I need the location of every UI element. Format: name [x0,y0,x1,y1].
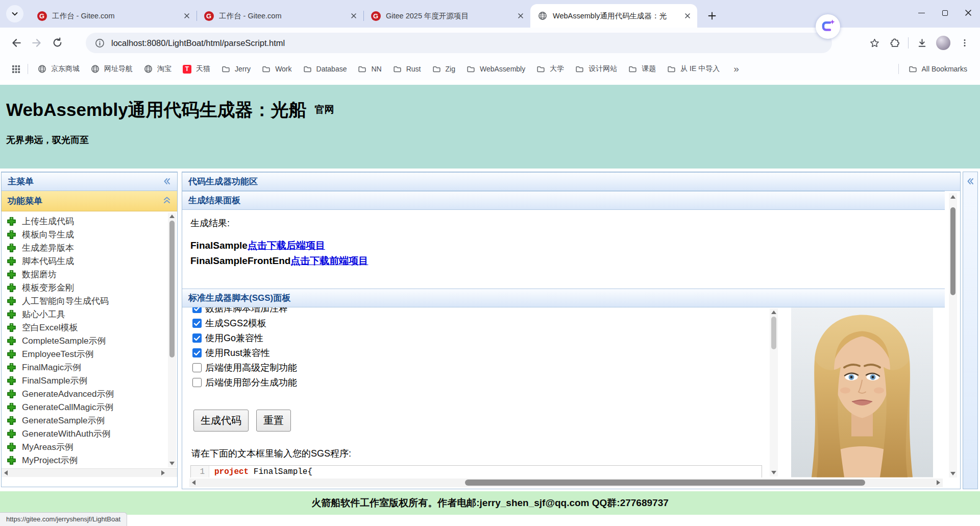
browser-tab[interactable]: GGitee 2025 年度开源项目 [363,4,530,28]
collapse-section-button[interactable] [162,195,172,206]
scroll-left-arrow[interactable] [4,470,8,475]
scroll-right-arrow[interactable] [161,470,165,475]
minimize-button[interactable] [910,0,933,26]
sgs-option-row[interactable]: 后端使用部分生成功能 [192,375,297,390]
function-menu-item[interactable]: FinalMagic示例 [7,361,177,374]
browser-menu-button[interactable] [954,33,975,53]
scrollbar-thumb[interactable] [771,317,776,349]
bookmark-item[interactable]: 大学 [531,62,570,76]
sidebar-horizontal-scrollbar[interactable] [2,468,177,477]
official-site-link[interactable]: 官网 [315,104,334,115]
address-bar[interactable]: localhost:8080/LightBoat/html/parseScrip… [86,33,832,53]
site-info-icon[interactable] [94,37,105,49]
function-menu-item[interactable]: EmployeeTest示例 [7,347,177,361]
main-horizontal-scrollbar[interactable] [189,479,943,487]
reload-button[interactable] [47,33,67,53]
sgs-code-editor[interactable]: 1 project FinalSample{ [190,465,762,477]
browser-tab[interactable]: WebAssembly通用代码生成器：光 [530,4,697,28]
sgs-vertical-scrollbar[interactable] [770,308,778,476]
all-bookmarks-button[interactable]: All Bookmarks [903,62,973,76]
checkbox-unchecked[interactable] [192,363,202,372]
profile-avatar[interactable] [936,36,950,50]
tab-close-button[interactable] [516,11,525,20]
function-menu-item[interactable]: 数据磨坊 [7,268,177,281]
function-menu-item[interactable]: GenerateAdvanced示例 [7,387,177,400]
new-tab-button[interactable] [703,7,721,25]
bookmark-item[interactable]: T天猫 [177,62,216,76]
close-window-button[interactable] [957,0,980,26]
function-menu-item[interactable]: CompleteSample示例 [7,334,177,347]
bookmark-item[interactable]: Jerry [216,62,256,76]
apps-grid-icon[interactable] [8,61,23,77]
downloads-button[interactable] [912,33,932,53]
scroll-up-arrow[interactable] [771,310,776,314]
scrollbar-thumb[interactable] [950,207,955,295]
tab-close-button[interactable] [182,11,191,20]
scroll-right-arrow[interactable] [937,480,940,485]
maximize-button[interactable] [933,0,957,26]
function-menu-item[interactable]: 模板变形金刚 [7,281,177,294]
tab-close-button[interactable] [349,11,358,20]
function-menu-item[interactable]: MyProject示例 [7,453,177,467]
scrollbar-thumb[interactable] [465,480,865,486]
tab-search-button[interactable] [6,5,23,22]
scrollbar-thumb[interactable] [169,221,175,357]
bookmark-item[interactable]: Rust [387,62,427,76]
bookmark-item[interactable]: WebAssembly [461,62,531,76]
bookmark-item[interactable]: Work [256,62,297,76]
extensions-button[interactable] [885,33,905,53]
function-menu-item[interactable]: 空白Excel模板 [7,321,177,334]
east-collapsed-panel[interactable] [963,172,978,489]
expand-east-panel-button[interactable] [965,176,975,186]
bookmark-item[interactable]: 网址导航 [85,62,138,76]
function-menu-item[interactable]: GenerateCallMagic示例 [7,400,177,414]
scroll-up-arrow[interactable] [169,214,175,218]
main-vertical-scrollbar[interactable] [949,193,957,477]
function-menu-item[interactable]: 贴心小工具 [7,307,177,321]
function-menu-item[interactable]: 生成差异版本 [7,241,177,254]
function-menu-item[interactable]: 模板向导生成 [7,228,177,241]
function-menu-header[interactable]: 功能菜单 [2,191,177,211]
tab-close-button[interactable] [683,11,692,20]
scroll-down-arrow[interactable] [950,472,955,475]
sgs-option-row[interactable]: 数据库脚本增加注释 [192,307,297,316]
sidebar-vertical-scrollbar[interactable] [168,212,176,467]
bookmark-item[interactable]: 课题 [623,62,662,76]
sgs-option-row[interactable]: 后端使用高级定制功能 [192,360,297,375]
bookmark-item[interactable]: 京东商城 [32,62,85,76]
browser-tab[interactable]: G工作台 - Gitee.com [197,4,363,28]
function-menu-item[interactable]: GenerateWithAuth示例 [7,427,177,440]
collapse-sidebar-button[interactable] [162,176,172,186]
bookmarks-overflow-button[interactable]: » [728,63,744,75]
function-menu-item[interactable]: 上传生成代码 [7,214,177,228]
scroll-down-arrow[interactable] [169,462,175,465]
bookmark-item[interactable]: 设计网站 [570,62,623,76]
function-menu-item[interactable]: 脚本代码生成 [7,254,177,268]
function-menu-item[interactable]: GenerateSample示例 [7,414,177,427]
sgs-option-row[interactable]: 使用Go兼容性 [192,330,297,345]
download-link[interactable]: 点击下载前端项目 [290,255,368,266]
scroll-down-arrow[interactable] [771,471,776,474]
checkbox-checked[interactable] [192,333,202,343]
bookmark-item[interactable]: 淘宝 [138,62,177,76]
browser-tab[interactable]: G工作台 - Gitee.com [30,4,197,28]
sgs-option-row[interactable]: 使用Rust兼容性 [192,345,297,360]
checkbox-unchecked[interactable] [192,378,202,387]
bookmark-item[interactable]: 从 IE 中导入 [662,62,725,76]
sgs-option-row[interactable]: 生成SGS2模板 [192,316,297,330]
bookmark-star-button[interactable] [864,33,885,53]
ai-extension-button[interactable] [816,14,840,39]
back-button[interactable] [6,33,27,53]
checkbox-checked[interactable] [192,307,202,313]
generate-code-button[interactable]: 生成代码 [193,410,249,432]
checkbox-checked[interactable] [192,348,202,357]
bookmark-item[interactable]: Zig [427,62,461,76]
bookmark-item[interactable]: NN [352,62,387,76]
scroll-up-arrow[interactable] [950,195,955,199]
scroll-left-arrow[interactable] [192,480,195,485]
function-menu-item[interactable]: 人工智能向导生成代码 [7,294,177,307]
download-link[interactable]: 点击下载后端项目 [248,240,325,251]
forward-button[interactable] [27,33,47,53]
reset-button[interactable]: 重置 [256,410,291,432]
function-menu-item[interactable]: MyAreas示例 [7,440,177,453]
